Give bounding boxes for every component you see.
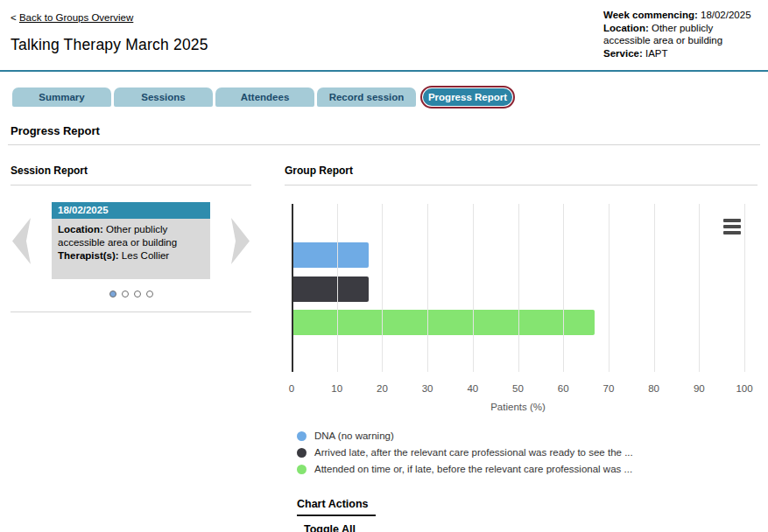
x-tick-label: 10 (331, 383, 342, 394)
therapist-label: Therapist(s): (58, 250, 119, 261)
session-card: 18/02/2025 Location: Other publicly acce… (52, 202, 210, 279)
toggle-all-button[interactable]: Toggle All (297, 523, 757, 532)
legend-label: DNA (no warning) (314, 430, 394, 441)
plot-area (292, 204, 744, 372)
chart-actions-title: Chart Actions (297, 498, 376, 516)
tab-attendees[interactable]: Attendees (215, 88, 314, 107)
location-line: Location: Other publicly accessible area… (603, 22, 763, 47)
page-title: Talking Therapy March 2025 (11, 36, 208, 54)
week-commencing-line: Week commencing: 18/02/2025 (603, 9, 763, 22)
gridline (473, 204, 474, 372)
session-report-divider (11, 185, 251, 186)
x-tick-label: 30 (422, 383, 433, 394)
tab-record-session[interactable]: Record session (317, 88, 416, 107)
carousel-next-icon[interactable] (231, 218, 250, 264)
gridline (382, 204, 383, 372)
legend-label: Attended on time or, if late, before the… (314, 464, 632, 474)
bars (293, 242, 744, 335)
chart-legend: DNA (no warning)Arrived late, after the … (297, 430, 757, 474)
gridline (609, 204, 609, 372)
chart-actions: Chart Actions Toggle All (297, 495, 757, 532)
x-tick-label: 80 (648, 383, 659, 394)
bar-2 (293, 276, 369, 302)
tab-summary[interactable]: Summary (12, 88, 111, 107)
gridline (654, 204, 655, 372)
x-tick-label: 100 (736, 383, 752, 394)
tab-progress-report[interactable]: Progress Report (423, 88, 512, 106)
breadcrumb: < Back to Groups Overview (11, 12, 208, 23)
group-report-title: Group Report (285, 164, 757, 177)
legend-marker-icon (297, 431, 306, 441)
carousel-dots (11, 290, 251, 298)
x-axis-title: Patients (%) (292, 402, 744, 412)
tab-sessions[interactable]: Sessions (114, 88, 213, 107)
legend-marker-icon (297, 448, 306, 458)
gridline (337, 204, 338, 372)
session-carousel: 18/02/2025 Location: Other publicly acce… (11, 202, 251, 279)
group-info-summary: Week commencing: 18/02/2025 Location: Ot… (603, 9, 763, 60)
x-tick-label: 40 (467, 383, 478, 394)
session-card-body: Location: Other publicly accessible area… (52, 219, 210, 279)
heading-divider (8, 144, 760, 145)
session-report-title: Session Report (11, 164, 251, 177)
content-columns: Session Report 18/02/2025 Location: Othe… (0, 158, 768, 532)
service-line: Service: IAPT (603, 47, 763, 60)
carousel-dot-2[interactable] (122, 290, 129, 298)
back-to-groups-link[interactable]: Back to Groups Overview (19, 12, 133, 23)
tab-bar: Summary Sessions Attendees Record sessio… (12, 85, 768, 109)
session-date: 18/02/2025 (52, 202, 210, 219)
gridline (699, 204, 700, 372)
gridline (744, 204, 745, 372)
page-header: < Back to Groups Overview Talking Therap… (0, 0, 768, 60)
location-label: Location: (58, 224, 103, 234)
x-tick-label: 90 (694, 383, 705, 394)
progress-report-heading: Progress Report (11, 124, 757, 137)
gridline (427, 204, 428, 372)
group-report-chart: 0102030405060708090100 Patients (%) (285, 197, 757, 412)
category-axis-line (292, 204, 293, 372)
legend-item-1[interactable]: DNA (no warning) (297, 430, 757, 441)
x-axis: 0102030405060708090100 (292, 383, 744, 396)
gridline (518, 204, 519, 372)
header-left: < Back to Groups Overview Talking Therap… (11, 9, 208, 60)
carousel-dot-4[interactable] (146, 290, 153, 298)
header-divider (0, 70, 768, 72)
active-tab-focus-ring: Progress Report (420, 86, 515, 108)
x-tick-label: 60 (558, 383, 569, 394)
session-report-panel: Session Report 18/02/2025 Location: Othe… (11, 158, 251, 532)
bar-1 (293, 242, 369, 268)
carousel-prev-icon[interactable] (12, 218, 31, 264)
back-chevron: < (11, 12, 17, 23)
x-tick-label: 20 (377, 383, 388, 394)
legend-marker-icon (297, 465, 306, 474)
x-tick-label: 50 (512, 383, 524, 394)
x-tick-label: 0 (289, 383, 294, 394)
bar-3 (293, 310, 595, 335)
legend-label: Arrived late, after the relevant care pr… (314, 447, 633, 458)
carousel-dot-1[interactable] (109, 290, 116, 298)
x-tick-label: 70 (602, 383, 614, 394)
therapist-value: Les Collier (119, 250, 170, 261)
legend-item-2[interactable]: Arrived late, after the relevant care pr… (297, 447, 757, 458)
session-panel-bottom-divider (11, 312, 251, 312)
group-report-divider (285, 185, 757, 186)
legend-item-3[interactable]: Attended on time or, if late, before the… (297, 464, 757, 474)
group-report-panel: Group Report 0102030405060708090100 Pati… (285, 158, 757, 532)
gridline (563, 204, 564, 372)
carousel-dot-3[interactable] (134, 290, 141, 298)
